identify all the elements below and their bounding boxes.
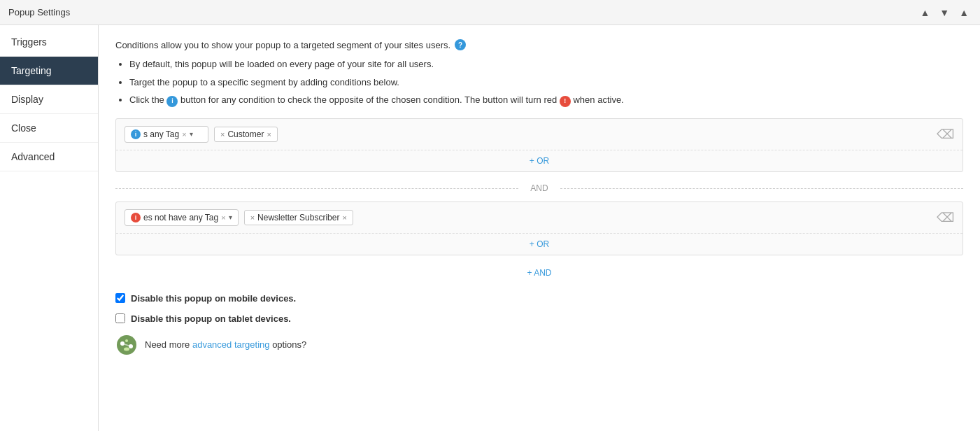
or-row-1[interactable]: + OR bbox=[116, 150, 963, 171]
content-area: Triggers Targeting Display Close Advance… bbox=[0, 25, 980, 431]
title-bar-close-btn[interactable]: ▲ bbox=[956, 6, 972, 20]
condition-block-1: i s any Tag × ▾ × Customer × ⌫ + OR bbox=[115, 118, 963, 172]
disable-tablet-checkbox[interactable] bbox=[115, 313, 125, 323]
or-row-2[interactable]: + OR bbox=[116, 233, 963, 255]
svg-point-4 bbox=[124, 347, 129, 351]
main-content: Conditions allow you to show your popup … bbox=[99, 25, 980, 431]
checkbox-row-tablet: Disable this popup on tablet devices. bbox=[115, 313, 963, 324]
tag-chip-customer-label: Customer bbox=[227, 129, 264, 139]
tag-chips-2: × Newsletter Subscriber × bbox=[244, 210, 353, 225]
advanced-link-text: Need more advanced targeting options? bbox=[145, 339, 306, 350]
tag-chip-newsletter-label: Newsletter Subscriber bbox=[257, 213, 339, 222]
sidebar: Triggers Targeting Display Close Advance… bbox=[0, 25, 99, 431]
condition-row-2: i es not have any Tag × ▾ × Newsletter S… bbox=[116, 202, 963, 233]
tag-chips-1: × Customer × bbox=[214, 127, 278, 142]
sidebar-item-targeting[interactable]: Targeting bbox=[0, 57, 98, 85]
condition-type-selector-1[interactable]: i s any Tag × ▾ bbox=[125, 126, 208, 143]
sidebar-item-triggers[interactable]: Triggers bbox=[0, 28, 98, 57]
condition-block-2: i es not have any Tag × ▾ × Newsletter S… bbox=[115, 202, 963, 255]
title-bar-controls: ▲ ▼ ▲ bbox=[917, 6, 972, 20]
advanced-targeting-link[interactable]: advanced targeting bbox=[192, 339, 270, 350]
intro-bullet-3: Click the i button for any condition to … bbox=[129, 93, 963, 107]
intro-bullet-2: Target the popup to a specific segment b… bbox=[129, 76, 963, 90]
tag-chip-newsletter-x2[interactable]: × bbox=[342, 213, 346, 222]
tag-chip-customer: × Customer × bbox=[214, 127, 278, 142]
intro-section: Conditions allow you to show your popup … bbox=[115, 39, 963, 107]
tag-chip-newsletter: × Newsletter Subscriber × bbox=[244, 210, 353, 225]
tag-chip-customer-x2[interactable]: × bbox=[267, 130, 271, 139]
disable-tablet-label[interactable]: Disable this popup on tablet devices. bbox=[131, 313, 291, 324]
intro-bullets: By default, this popup will be loaded on… bbox=[115, 57, 963, 107]
adv-text-prefix: Need more bbox=[145, 339, 192, 350]
remove-condition-2[interactable]: ⌫ bbox=[937, 211, 954, 224]
title-bar-down-btn[interactable]: ▼ bbox=[937, 6, 952, 20]
disable-mobile-label[interactable]: Disable this popup on mobile devices. bbox=[131, 293, 296, 304]
adv-text-suffix: options? bbox=[272, 339, 306, 350]
condition-type-label-2: es not have any Tag bbox=[143, 213, 218, 222]
sidebar-item-display[interactable]: Display bbox=[0, 85, 98, 114]
tag-chip-newsletter-remove[interactable]: × bbox=[250, 213, 255, 222]
title-bar-title: Popup Settings bbox=[8, 7, 70, 17]
condition-type-chevron-1[interactable]: ▾ bbox=[190, 130, 193, 138]
advanced-icon bbox=[115, 334, 138, 356]
svg-point-3 bbox=[125, 339, 128, 342]
condition-type-label-1: s any Tag bbox=[143, 129, 179, 139]
add-and-button[interactable]: + AND bbox=[115, 261, 963, 285]
condition-info-icon-2[interactable]: i bbox=[131, 213, 141, 222]
sidebar-item-close[interactable]: Close bbox=[0, 114, 98, 143]
info-icon-inline: i bbox=[166, 96, 178, 107]
remove-condition-1[interactable]: ⌫ bbox=[937, 128, 954, 141]
sidebar-item-advanced[interactable]: Advanced bbox=[0, 143, 98, 171]
title-bar-up-btn[interactable]: ▲ bbox=[917, 6, 932, 20]
condition-info-icon-1[interactable]: i bbox=[131, 129, 141, 139]
intro-title-text: Conditions allow you to show your popup … bbox=[115, 40, 450, 50]
condition-type-clear-2[interactable]: × bbox=[221, 213, 225, 222]
and-separator: AND bbox=[115, 178, 963, 199]
tag-chip-customer-remove[interactable]: × bbox=[220, 130, 225, 139]
condition-type-selector-2[interactable]: i es not have any Tag × ▾ bbox=[125, 209, 239, 226]
condition-type-chevron-2[interactable]: ▾ bbox=[229, 213, 232, 221]
title-bar: Popup Settings ▲ ▼ ▲ bbox=[0, 0, 980, 25]
intro-bullet-1: By default, this popup will be loaded on… bbox=[129, 57, 963, 71]
advanced-link-row: Need more advanced targeting options? bbox=[115, 334, 963, 356]
app-window: Popup Settings ▲ ▼ ▲ Triggers Targeting … bbox=[0, 0, 980, 431]
disable-mobile-checkbox[interactable] bbox=[115, 293, 125, 303]
condition-type-clear-1[interactable]: × bbox=[182, 130, 186, 139]
help-icon[interactable]: ? bbox=[455, 39, 466, 50]
checkbox-row-mobile: Disable this popup on mobile devices. bbox=[115, 293, 963, 304]
intro-title-line: Conditions allow you to show your popup … bbox=[115, 39, 963, 50]
info-icon-red-inline: ! bbox=[560, 96, 571, 107]
condition-row-1: i s any Tag × ▾ × Customer × ⌫ bbox=[116, 119, 963, 150]
checkboxes-section: Disable this popup on mobile devices. Di… bbox=[115, 293, 963, 324]
